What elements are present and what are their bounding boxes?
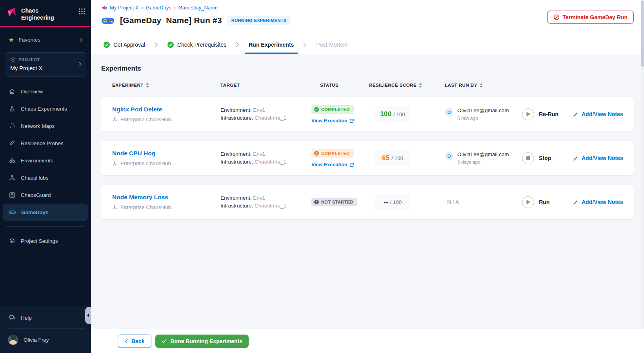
pencil-icon (573, 111, 579, 117)
back-label: Back (131, 338, 144, 344)
user-name: Olivia Frey (24, 337, 49, 343)
brand-title: Chaos Engineering (21, 6, 54, 21)
view-execution-link[interactable]: View Execution (311, 162, 369, 167)
column-resilience-score[interactable]: RESILIENCE SCORE (369, 83, 445, 87)
stop-icon (526, 156, 530, 160)
gear-icon (9, 237, 16, 244)
step-check-prerequisites[interactable]: Check Prerequisites (167, 36, 226, 54)
view-execution-link[interactable]: View Execution (311, 118, 369, 124)
column-target: TARGET (220, 83, 311, 87)
sidebar-item-chaos-experiments[interactable]: Chaos Experiments (3, 100, 88, 117)
breadcrumb-gamedays-link[interactable]: GameDays (146, 5, 171, 11)
page-title: [GameDay_Name] Run #3 (120, 16, 222, 25)
harness-mini-logo-icon (101, 5, 107, 11)
hub-icon (112, 161, 117, 166)
score-cell: 100 / 100 (369, 106, 445, 122)
external-link-icon (349, 162, 354, 167)
nav-label: Network Maps (21, 123, 55, 129)
environment-value: Env1 (253, 107, 265, 113)
target-cell: Environment: Env1 Infrastructure: ChaosI… (220, 106, 311, 122)
chevron-right-icon (79, 62, 82, 67)
rerun-button[interactable] (522, 108, 534, 120)
nav-label: Overview (21, 89, 43, 95)
done-running-experiments-button[interactable]: Done Running Experiments (155, 335, 249, 348)
run-status-badge: RUNNING EXPERIMENTS (227, 16, 291, 25)
column-last-run-by[interactable]: LAST RUN BY (445, 83, 522, 87)
terminate-gameday-button[interactable]: Terminate GameDay Run (547, 11, 634, 24)
nav-label: GameDays (21, 209, 49, 215)
breadcrumb-project-link[interactable]: My Project X (110, 5, 139, 11)
stop-button[interactable] (522, 152, 534, 164)
brand-row: Chaos Engineering (0, 0, 91, 26)
sidebar-item-favorites[interactable]: ★ Favorites (9, 37, 83, 43)
scrollbar-thumb[interactable] (641, 1, 644, 67)
nav-label: ChaosGuard (21, 192, 51, 198)
project-selector[interactable]: PROJECT My Project X (5, 52, 86, 76)
sidebar-item-chaosguard[interactable]: ChaosGuard (3, 186, 88, 204)
sidebar-item-resilience-probes[interactable]: Resilience Probes (3, 135, 88, 152)
target-cell: Environment: Env1 Infrastructure: ChaosI… (220, 150, 311, 166)
cube-icon (10, 57, 16, 62)
chevron-right-icon (80, 38, 83, 42)
sidebar: Chaos Engineering ★ Favorites PROJECT (0, 0, 91, 353)
hub-name: Enterprise ChaosHub (120, 204, 171, 210)
help-label: Help (21, 315, 32, 321)
gamepad-icon (9, 209, 16, 216)
sidebar-collapse-handle[interactable] (85, 307, 91, 324)
sidebar-item-project-settings[interactable]: Project Settings (3, 232, 88, 249)
chevron-right-icon (303, 42, 307, 47)
sidebar-item-network-maps[interactable]: Network Maps (3, 117, 88, 135)
step-post-mortem[interactable]: Post-Mortem (316, 36, 347, 54)
score-value: 65 (382, 154, 389, 162)
sort-icon[interactable] (480, 83, 483, 87)
breadcrumb: My Project X › GameDays › GameDay_Name (101, 5, 634, 11)
pencil-icon (573, 199, 579, 205)
experiment-name-link[interactable]: Nginx Pod Delete (112, 106, 162, 113)
check-circle-icon (104, 42, 110, 48)
hub-icon (9, 174, 16, 181)
action-label: Run (539, 199, 549, 205)
score-max: / 100 (391, 155, 403, 161)
scrollbar-track[interactable] (641, 0, 644, 329)
chevron-right-icon (155, 42, 158, 47)
breadcrumb-separator: › (142, 5, 143, 11)
sidebar-item-gamedays[interactable]: GameDays (3, 204, 88, 221)
app-grid-icon[interactable] (78, 6, 86, 15)
experiment-name-link[interactable]: Node CPU Hog (112, 150, 155, 157)
user-initial-avatar: O (445, 108, 453, 116)
breadcrumb-separator: › (174, 5, 176, 11)
sidebar-nav: Overview Chaos Experiments Network Map (0, 83, 91, 221)
table-row: Node CPU Hog Enterprise ChaosHub Environ… (101, 141, 634, 175)
last-run-cell: N / A (445, 198, 522, 206)
status-cell: NOT STARTED (311, 198, 369, 206)
add-view-notes-link[interactable]: Add/View Notes (573, 111, 634, 117)
experiments-section: Experiments EXPERIMENT TARGET STATUS RES… (91, 54, 644, 329)
step-get-approval[interactable]: Get Approval (104, 36, 145, 54)
sidebar-item-chaoshubs[interactable]: ChaosHubs (3, 169, 88, 186)
sidebar-item-overview[interactable]: Overview (3, 83, 88, 100)
action-label: Stop (539, 155, 551, 161)
add-view-notes-link[interactable]: Add/View Notes (573, 199, 634, 205)
step-label: Run Experiments (249, 42, 294, 48)
stepper: Get Approval Check Prerequisites Run Exp… (101, 36, 634, 54)
sidebar-item-help[interactable]: Help (0, 308, 91, 328)
back-button[interactable]: Back (118, 335, 151, 348)
nav-label: Resilience Probes (21, 140, 64, 146)
step-run-experiments[interactable]: Run Experiments (249, 36, 294, 54)
sidebar-item-environments[interactable]: Environments (3, 152, 88, 169)
sort-icon[interactable] (419, 83, 422, 87)
column-experiment[interactable]: EXPERIMENT (112, 83, 220, 87)
last-run-cell: O OliviaLee@gmail.com 2 days ago (445, 151, 522, 165)
experiment-cell: Node CPU Hog Enterprise ChaosHub (112, 150, 220, 166)
run-button[interactable] (522, 196, 534, 208)
home-icon (9, 88, 16, 95)
user-profile[interactable]: Olivia Frey (0, 329, 91, 353)
score-cell: -- / 100 (369, 194, 445, 210)
flask-icon (9, 105, 16, 112)
add-view-notes-link[interactable]: Add/View Notes (573, 155, 634, 161)
sort-icon[interactable] (146, 83, 149, 87)
breadcrumb-gameday-link[interactable]: GameDay_Name (178, 5, 218, 11)
table-row: Node Memory Loss Enterprise ChaosHub Env… (101, 185, 634, 219)
experiment-name-link[interactable]: Node Memory Loss (112, 194, 168, 201)
environment-value: Env1 (253, 195, 265, 201)
